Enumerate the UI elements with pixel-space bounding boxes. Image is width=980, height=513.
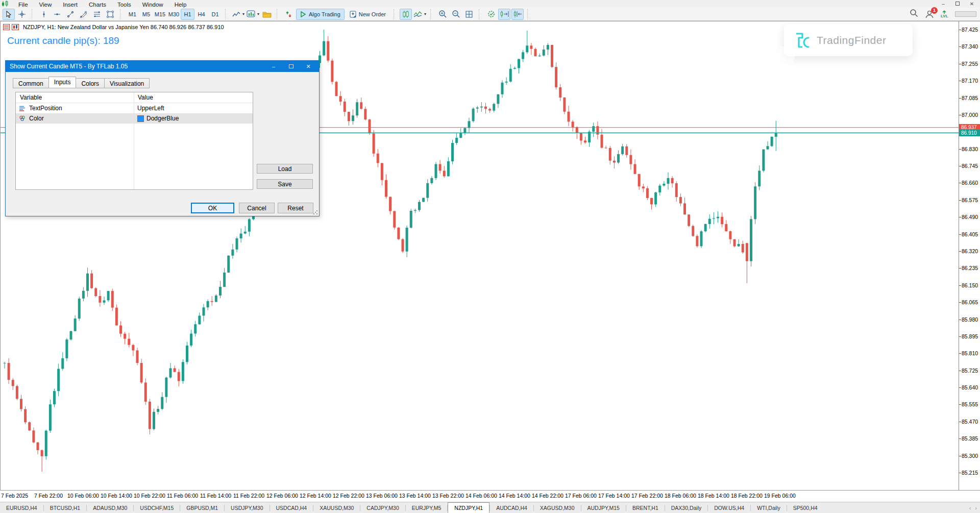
- zoom-in-button[interactable]: [436, 9, 449, 20]
- auto-scroll-button[interactable]: [511, 9, 524, 20]
- dialog-maximize-button[interactable]: [282, 63, 300, 69]
- profile-icon[interactable]: 1: [925, 10, 934, 19]
- symbol-tab-adausd[interactable]: ADAUSD,M30: [87, 503, 133, 513]
- symbol-tab-xagusd[interactable]: XAGUSD,M30: [534, 503, 581, 513]
- symbol-tab-audcad[interactable]: AUDCAD,H4: [490, 503, 533, 513]
- menu-window[interactable]: Window: [137, 2, 169, 8]
- timeframe-h1-button[interactable]: H1: [181, 9, 194, 20]
- reset-button[interactable]: Reset: [278, 203, 313, 213]
- algo-trading-button[interactable]: Algo Trading: [296, 9, 345, 20]
- timeframe-d1-button[interactable]: D1: [208, 9, 222, 20]
- symbol-tab-wti[interactable]: WTI,Daily: [751, 503, 787, 513]
- symbol-tab-sp500[interactable]: SP500,H4: [787, 503, 824, 513]
- symbol-tab-gbpusd[interactable]: GBPUSD,M1: [180, 503, 224, 513]
- candlestick-view-button[interactable]: [400, 9, 412, 20]
- inputs-table[interactable]: Variable Value TextPositionUpperLeftColo…: [15, 92, 253, 190]
- timeframe-m1-button[interactable]: M1: [126, 9, 139, 20]
- timeframe-h4-button[interactable]: H4: [194, 9, 208, 20]
- symbol-tab-usdjpy[interactable]: USDJPY,M30: [225, 503, 269, 513]
- cancel-button[interactable]: Cancel: [239, 203, 275, 213]
- dialog-tab-visualization[interactable]: Visualization: [105, 78, 150, 88]
- trendline-tool-button[interactable]: [64, 9, 77, 20]
- fibonacci-tool-button[interactable]: [91, 9, 103, 20]
- cursor-tool-button[interactable]: [3, 9, 15, 20]
- symbol-tab-usdcad[interactable]: USDCAD,H4: [270, 503, 313, 513]
- level-indicator[interactable]: LVL: [941, 10, 948, 18]
- menu-help[interactable]: Help: [169, 2, 192, 8]
- menu-charts[interactable]: Charts: [83, 2, 112, 8]
- symbol-tab-xauusd[interactable]: XAUUSD,M30: [313, 503, 360, 513]
- price-tick-label: 86.405: [962, 231, 978, 237]
- depth-of-market-icon[interactable]: [3, 24, 10, 30]
- price-axis[interactable]: 86.937 86.910 87.42587.34087.25587.17087…: [959, 21, 980, 490]
- symbol-tab-dax30[interactable]: DAX30,Daily: [665, 503, 708, 513]
- input-row-color[interactable]: ColorDodgerBlue: [16, 113, 253, 124]
- color-wheel-icon: [19, 115, 26, 121]
- price-tick-label: 86.575: [962, 197, 978, 203]
- menu-tools[interactable]: Tools: [112, 2, 137, 8]
- timeframe-m15-button[interactable]: M15: [153, 9, 167, 20]
- time-axis[interactable]: 7 Feb 20257 Feb 22:0010 Feb 06:0010 Feb …: [0, 490, 980, 502]
- symbol-tab-eurjpy[interactable]: EURJPY,M5: [406, 503, 448, 513]
- window-close-button[interactable]: ✕: [965, 0, 979, 8]
- ok-button[interactable]: OK: [191, 203, 234, 213]
- search-icon[interactable]: [910, 9, 918, 19]
- dialog-tab-colors[interactable]: Colors: [76, 78, 105, 88]
- horizontal-line-tool-button[interactable]: [51, 9, 63, 20]
- price-tick-label: 87.425: [962, 27, 978, 33]
- symbol-tab-dow.us[interactable]: DOW.US,H4: [708, 503, 750, 513]
- chevron-down-icon[interactable]: ▾: [257, 12, 259, 16]
- toolbar-separator: [225, 9, 229, 19]
- buy-sell-arrows-button[interactable]: [283, 9, 295, 20]
- line-chart-type-button[interactable]: ▾: [231, 9, 245, 20]
- zoom-out-button[interactable]: [450, 9, 462, 20]
- symbol-tab-audjpy[interactable]: AUDJPY,M15: [581, 503, 626, 513]
- symbol-tab-eurusd[interactable]: EURUSD,H4: [0, 503, 43, 513]
- chevron-down-icon[interactable]: ▾: [424, 12, 426, 16]
- time-tick-label: 10 Feb 06:00: [67, 493, 99, 499]
- window-restore-button[interactable]: [950, 0, 965, 8]
- vertical-line-tool-button[interactable]: [38, 9, 50, 20]
- dialog-tab-common[interactable]: Common: [13, 78, 49, 88]
- scroll-left-icon[interactable]: ‹: [969, 505, 971, 511]
- menu-insert[interactable]: Insert: [57, 2, 83, 8]
- templates-folder-button[interactable]: [261, 9, 273, 20]
- mt5-window: FileViewInsertChartsToolsWindowHelp – ✕: [0, 0, 980, 513]
- scroll-right-icon[interactable]: ›: [975, 505, 977, 511]
- chart-shift-button[interactable]: [498, 9, 510, 20]
- window-minimize-button[interactable]: –: [936, 0, 950, 8]
- dialog-minimize-button[interactable]: –: [265, 63, 282, 69]
- dialog-resize-grip[interactable]: [313, 210, 318, 215]
- one-click-trading-icon[interactable]: [12, 24, 19, 30]
- notification-badge: 1: [931, 7, 938, 14]
- menu-bar: FileViewInsertChartsToolsWindowHelp – ✕: [0, 0, 980, 8]
- price-tick-label: 86.660: [962, 180, 978, 186]
- dialog-close-button[interactable]: ✕: [300, 63, 317, 70]
- crosshair-tool-button[interactable]: [16, 9, 28, 20]
- tile-windows-button[interactable]: [463, 9, 475, 20]
- symbol-tab-usdchf[interactable]: USDCHF,M15: [134, 503, 180, 513]
- new-order-button[interactable]: New Order: [346, 9, 390, 20]
- menu-view[interactable]: View: [34, 2, 58, 8]
- symbol-tab-brent[interactable]: BRENT,H1: [626, 503, 665, 513]
- shapes-tool-button[interactable]: [104, 9, 116, 20]
- toolbar-separator: [430, 9, 434, 19]
- variable-column-header: Variable: [16, 94, 134, 101]
- indicators-button[interactable]: ▾: [413, 9, 427, 20]
- timeframe-m5-button[interactable]: M5: [139, 9, 153, 20]
- chevron-down-icon[interactable]: ▾: [242, 12, 244, 16]
- symbol-tab-nzdjpy[interactable]: NZDJPY,H1: [448, 502, 489, 513]
- variable-value[interactable]: UpperLeft: [137, 105, 164, 112]
- timeframe-m30-button[interactable]: M30: [167, 9, 181, 20]
- dialog-tab-inputs[interactable]: Inputs: [48, 77, 77, 88]
- load-button[interactable]: Load: [257, 164, 313, 174]
- channel-tool-button[interactable]: [78, 9, 90, 20]
- symbol-tab-btcusd[interactable]: BTCUSD,H1: [44, 503, 87, 513]
- chart-template-button[interactable]: ▾: [246, 9, 260, 20]
- save-button[interactable]: Save: [257, 179, 313, 189]
- menu-file[interactable]: File: [13, 2, 34, 8]
- input-row-textposition[interactable]: TextPositionUpperLeft: [16, 103, 253, 113]
- variable-value[interactable]: DodgerBlue: [146, 115, 179, 122]
- auto-trading-settings-button[interactable]: [485, 9, 497, 20]
- symbol-tab-cadjpy[interactable]: CADJPY,M30: [360, 503, 405, 513]
